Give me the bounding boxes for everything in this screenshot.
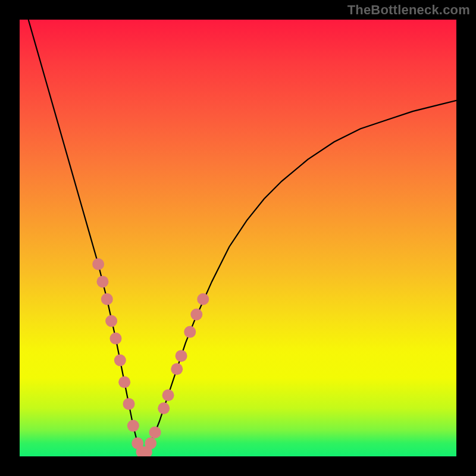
curve-dot (158, 402, 170, 414)
curve-dot (118, 376, 130, 388)
bottleneck-curve-line (29, 20, 456, 452)
curve-dot (176, 350, 187, 362)
watermark-text: TheBottleneck.com (347, 2, 470, 18)
curve-dot (190, 308, 202, 320)
curve-dot (105, 315, 117, 327)
curve-dot (127, 420, 139, 432)
curve-dot (96, 275, 108, 287)
curve-dot (101, 293, 113, 305)
curve-dots-group (92, 258, 209, 456)
curve-dot (184, 326, 196, 338)
curve-dot (171, 363, 183, 375)
curve-dot (149, 427, 161, 439)
curve-dot (162, 389, 174, 401)
curve-dot (197, 293, 209, 305)
curve-dot (92, 258, 104, 270)
curve-dot (123, 398, 135, 410)
curve-dot (109, 333, 121, 345)
chart-svg (20, 20, 456, 456)
curve-dot (114, 355, 126, 367)
chart-frame: TheBottleneck.com (0, 0, 476, 476)
curve-dot (145, 437, 156, 449)
curve-path (29, 20, 456, 452)
